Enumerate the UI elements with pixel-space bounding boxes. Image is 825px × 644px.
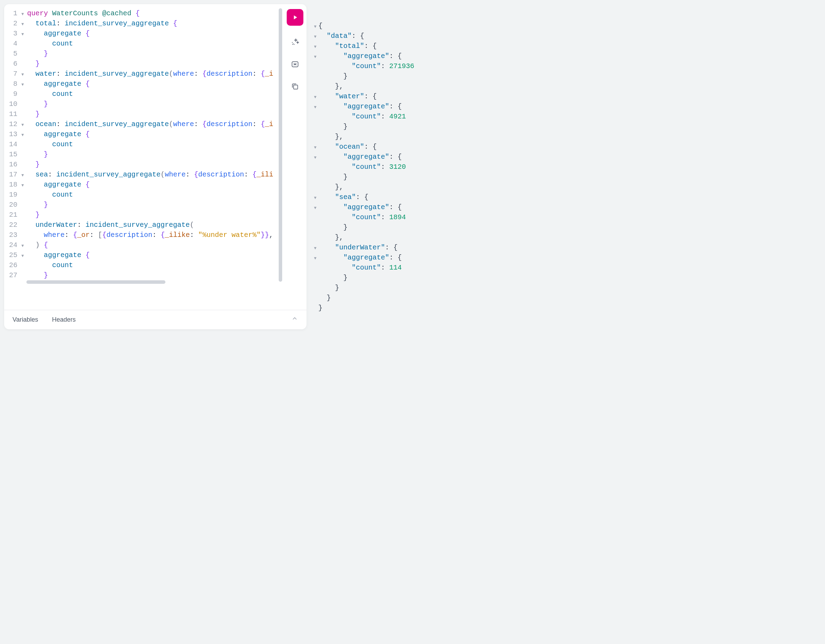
editor-line[interactable]: 23 where: {_or: [{description: {_ilike: … — [4, 230, 279, 240]
result-line: "water": { — [312, 91, 821, 102]
editor-line[interactable]: 13 aggregate { — [4, 129, 279, 139]
prettify-button[interactable] — [289, 36, 301, 48]
editor-line[interactable]: 6 } — [4, 59, 279, 69]
fold-toggle[interactable] — [312, 155, 318, 161]
code-content: } — [26, 59, 279, 69]
result-line: } — [312, 293, 821, 303]
editor-line[interactable]: 25 aggregate { — [4, 250, 279, 260]
editor-line[interactable]: 24 ) { — [4, 240, 279, 250]
fold-toggle[interactable] — [20, 22, 26, 28]
result-line: } — [312, 71, 821, 81]
code-content: } — [26, 159, 279, 169]
editor-line[interactable]: 1query WaterCounts @cached { — [4, 8, 279, 18]
fold-toggle[interactable] — [20, 173, 26, 179]
expand-bottom-panel-button[interactable] — [291, 315, 298, 324]
result-line: "aggregate": { — [312, 202, 821, 212]
fold-toggle[interactable] — [20, 82, 26, 88]
editor-line[interactable]: 4 count — [4, 39, 279, 49]
fold-toggle[interactable] — [20, 243, 26, 249]
editor-line[interactable]: 10 } — [4, 99, 279, 109]
fold-toggle[interactable] — [20, 183, 26, 189]
result-content: "aggregate": { — [318, 253, 402, 263]
editor-line[interactable]: 26 count — [4, 260, 279, 270]
result-line: "underWater": { — [312, 242, 821, 253]
editor-line[interactable]: 12 ocean: incident_survey_aggregate(wher… — [4, 119, 279, 129]
result-content: { — [318, 21, 323, 31]
editor-line[interactable]: 21 } — [4, 210, 279, 220]
code-content: water: incident_survey_aggregate(where: … — [26, 69, 279, 79]
result-content: "aggregate": { — [318, 152, 402, 162]
editor-line[interactable]: 11 } — [4, 109, 279, 119]
horizontal-scrollbar[interactable] — [26, 280, 275, 284]
merge-fragments-icon — [290, 60, 300, 69]
result-content: "aggregate": { — [318, 51, 402, 61]
result-viewer[interactable]: { "data": { "total": { "aggregate": { "c… — [312, 21, 821, 313]
fold-toggle[interactable] — [312, 24, 318, 30]
line-number: 27 — [4, 270, 20, 280]
horizontal-scrollbar-thumb[interactable] — [26, 280, 165, 284]
result-line: } — [312, 172, 821, 182]
editor-line[interactable]: 9 count — [4, 89, 279, 99]
editor-line[interactable]: 16 } — [4, 159, 279, 169]
editor-line[interactable]: 5 } — [4, 49, 279, 59]
fold-toggle[interactable] — [312, 44, 318, 50]
vertical-scrollbar-thumb[interactable] — [279, 8, 282, 282]
editor-line[interactable]: 20 } — [4, 200, 279, 210]
editor-line[interactable]: 2 total: incident_survey_aggregate { — [4, 18, 279, 28]
line-number: 10 — [4, 99, 20, 109]
result-line: }, — [312, 81, 821, 91]
line-number: 7 — [4, 69, 20, 79]
merge-fragments-button[interactable] — [289, 59, 301, 70]
code-content: aggregate { — [26, 129, 279, 139]
result-content: }, — [318, 81, 343, 91]
result-line: } — [312, 222, 821, 233]
editor-line[interactable]: 27 } — [4, 270, 279, 280]
execute-button[interactable] — [287, 9, 303, 26]
result-content: } — [318, 283, 339, 293]
fold-toggle[interactable] — [312, 34, 318, 40]
code-content: } — [26, 49, 279, 59]
result-line: "aggregate": { — [312, 253, 821, 263]
code-content: } — [26, 149, 279, 159]
fold-toggle[interactable] — [20, 72, 26, 78]
editor-line[interactable]: 14 count — [4, 139, 279, 149]
fold-toggle[interactable] — [312, 94, 318, 100]
editor-line[interactable]: 22 underWater: incident_survey_aggregate… — [4, 220, 279, 230]
result-line: "aggregate": { — [312, 51, 821, 61]
result-content: } — [318, 303, 323, 313]
editor-line[interactable]: 17 sea: incident_survey_aggregate(where:… — [4, 169, 279, 180]
editor-line[interactable]: 8 aggregate { — [4, 79, 279, 89]
copy-button[interactable] — [289, 80, 301, 92]
result-content: } — [318, 172, 348, 182]
tab-variables[interactable]: Variables — [12, 315, 38, 324]
fold-toggle[interactable] — [312, 195, 318, 201]
result-line: "sea": { — [312, 192, 821, 202]
fold-toggle[interactable] — [312, 246, 318, 251]
fold-toggle[interactable] — [312, 205, 318, 211]
editor-line[interactable]: 3 aggregate { — [4, 28, 279, 39]
fold-toggle[interactable] — [20, 11, 26, 17]
editor-bottom-bar: Variables Headers — [4, 310, 306, 329]
fold-toggle[interactable] — [312, 54, 318, 60]
result-content: "data": { — [318, 31, 364, 41]
fold-toggle[interactable] — [20, 253, 26, 259]
result-line: "ocean": { — [312, 142, 821, 152]
editor-line[interactable]: 7 water: incident_survey_aggregate(where… — [4, 69, 279, 79]
fold-toggle[interactable] — [20, 122, 26, 128]
code-content: sea: incident_survey_aggregate(where: {d… — [26, 169, 279, 180]
fold-toggle[interactable] — [312, 145, 318, 151]
fold-toggle[interactable] — [20, 32, 26, 37]
fold-toggle[interactable] — [20, 132, 26, 138]
editor-line[interactable]: 15 } — [4, 149, 279, 159]
tab-headers[interactable]: Headers — [52, 315, 76, 324]
editor-line[interactable]: 19 count — [4, 190, 279, 200]
fold-toggle[interactable] — [312, 256, 318, 262]
query-editor[interactable]: 1query WaterCounts @cached {2 total: inc… — [4, 4, 279, 310]
result-content: "aggregate": { — [318, 202, 402, 212]
fold-toggle[interactable] — [312, 105, 318, 111]
vertical-scrollbar[interactable] — [279, 8, 282, 306]
editor-line[interactable]: 18 aggregate { — [4, 180, 279, 190]
code-content: count — [26, 190, 279, 200]
result-content: } — [318, 122, 348, 132]
line-number: 24 — [4, 240, 20, 250]
